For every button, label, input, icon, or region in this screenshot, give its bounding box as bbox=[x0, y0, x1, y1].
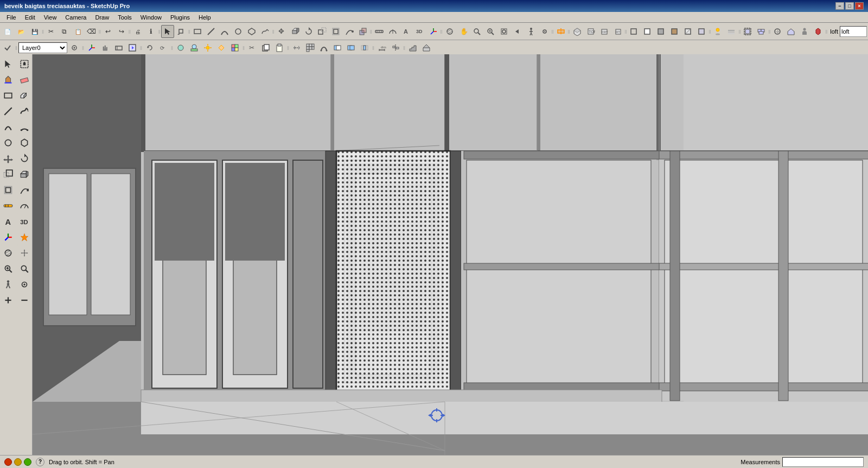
array-button[interactable] bbox=[304, 41, 317, 54]
shadow-button[interactable] bbox=[711, 25, 724, 38]
sidebar-select2[interactable] bbox=[17, 56, 32, 72]
sidebar-pushpull[interactable] bbox=[17, 167, 32, 182]
poly-tool-button[interactable] bbox=[245, 25, 258, 38]
rotate-tool-button[interactable] bbox=[302, 25, 315, 38]
sidebar-axes[interactable] bbox=[1, 230, 16, 245]
sidebar-text[interactable]: A bbox=[1, 214, 16, 229]
pan-button[interactable]: ✋ bbox=[457, 25, 470, 38]
freehand-tool-button[interactable] bbox=[259, 25, 272, 38]
new-button[interactable] bbox=[1, 25, 14, 38]
select-tool-button[interactable] bbox=[161, 25, 174, 38]
right-view-button[interactable]: RT bbox=[611, 25, 624, 38]
sidebar-look[interactable] bbox=[17, 277, 32, 292]
measurements-input[interactable] bbox=[782, 457, 864, 467]
redo-button[interactable] bbox=[115, 25, 128, 38]
model-info-button[interactable] bbox=[145, 25, 158, 38]
component-opt-button[interactable] bbox=[112, 41, 125, 54]
xray-button[interactable] bbox=[695, 25, 708, 38]
menu-plugins[interactable]: Plugins bbox=[166, 13, 194, 22]
arc-tool-button[interactable] bbox=[218, 25, 231, 38]
menu-edit[interactable]: Edit bbox=[21, 13, 40, 22]
viewport[interactable] bbox=[33, 54, 868, 455]
walk-button[interactable] bbox=[525, 25, 538, 38]
copy2-button[interactable] bbox=[259, 41, 272, 54]
reload-comp-button[interactable] bbox=[143, 41, 156, 54]
axes-button[interactable] bbox=[427, 25, 440, 38]
undo-button[interactable] bbox=[101, 25, 114, 38]
sidebar-zoomext[interactable] bbox=[17, 261, 32, 276]
sidebar-add[interactable] bbox=[1, 293, 16, 308]
dimension-button[interactable]: dim bbox=[375, 41, 388, 54]
sidebar-3dtext[interactable]: 3D bbox=[17, 214, 32, 229]
geo2-button[interactable] bbox=[174, 41, 187, 54]
offset-tool-button[interactable] bbox=[329, 25, 342, 38]
layer-visible-button[interactable] bbox=[68, 41, 81, 54]
maximize-button[interactable]: □ bbox=[845, 2, 854, 10]
sky-button[interactable] bbox=[188, 41, 201, 54]
zoom-window-button[interactable] bbox=[484, 25, 497, 38]
sidebar-3drect[interactable] bbox=[17, 88, 32, 103]
cut2-button[interactable]: ✂ bbox=[246, 41, 259, 54]
sidebar-rect[interactable] bbox=[1, 88, 16, 103]
sidebar-arc[interactable] bbox=[1, 119, 16, 135]
texture-button[interactable] bbox=[668, 25, 681, 38]
close-button[interactable]: × bbox=[855, 2, 864, 10]
menu-draw[interactable]: Draw bbox=[91, 13, 113, 22]
intersect2-button[interactable] bbox=[358, 41, 371, 54]
sidebar-orbit[interactable] bbox=[1, 245, 16, 261]
interact-button[interactable] bbox=[99, 41, 112, 54]
ruby-button[interactable] bbox=[812, 25, 825, 38]
sidebar-line[interactable] bbox=[1, 104, 16, 119]
stair-button[interactable] bbox=[406, 41, 419, 54]
layer-select[interactable]: Layer0 bbox=[18, 42, 67, 53]
sidebar-rotate[interactable] bbox=[17, 151, 32, 166]
dynamic-comp-button[interactable] bbox=[126, 41, 139, 54]
sidebar-eraser[interactable] bbox=[17, 72, 32, 87]
text-button[interactable]: A bbox=[400, 25, 413, 38]
help-icon[interactable]: ? bbox=[36, 458, 44, 466]
reset-scale-button[interactable]: ⟳ bbox=[157, 41, 170, 54]
tape-button[interactable] bbox=[373, 25, 386, 38]
weld-button[interactable] bbox=[317, 41, 330, 54]
save-button[interactable] bbox=[28, 25, 41, 38]
follow-tool-button[interactable] bbox=[343, 25, 356, 38]
mono-button[interactable] bbox=[681, 25, 694, 38]
circle-tool-button[interactable] bbox=[232, 25, 245, 38]
menu-view[interactable]: View bbox=[40, 13, 61, 22]
sidebar-scale[interactable] bbox=[1, 167, 16, 182]
iso-view-button[interactable] bbox=[571, 25, 584, 38]
make-group-button[interactable] bbox=[755, 25, 768, 38]
sun-button[interactable] bbox=[201, 41, 214, 54]
paint-tool-button[interactable] bbox=[175, 25, 188, 38]
zoom-prev-button[interactable] bbox=[511, 25, 524, 38]
flip-button[interactable] bbox=[290, 41, 303, 54]
sidebar-minus[interactable] bbox=[17, 293, 32, 308]
paste2-button[interactable] bbox=[273, 41, 286, 54]
orbit-button[interactable] bbox=[443, 25, 456, 38]
person-button[interactable] bbox=[798, 25, 811, 38]
protractor-button[interactable] bbox=[386, 25, 399, 38]
shaded-button[interactable] bbox=[654, 25, 667, 38]
sidebar-walk[interactable] bbox=[1, 277, 16, 292]
open-button[interactable] bbox=[15, 25, 28, 38]
sidebar-offset[interactable] bbox=[1, 182, 16, 198]
cut-button[interactable] bbox=[44, 25, 58, 38]
menu-file[interactable]: File bbox=[2, 13, 21, 22]
axes-visible-button[interactable] bbox=[85, 41, 98, 54]
sidebar-protractor[interactable] bbox=[17, 198, 32, 213]
subtract-button[interactable] bbox=[331, 41, 344, 54]
make-comp-button[interactable] bbox=[741, 25, 754, 38]
fog-button[interactable] bbox=[725, 25, 738, 38]
union-button[interactable] bbox=[344, 41, 358, 54]
zoom-ext-button[interactable] bbox=[497, 25, 510, 38]
sidebar-zoom[interactable] bbox=[1, 261, 16, 276]
align-button[interactable] bbox=[389, 41, 402, 54]
menu-help[interactable]: Help bbox=[194, 13, 215, 22]
3dtext-button[interactable]: 3D bbox=[413, 25, 426, 38]
sidebar-paint[interactable] bbox=[1, 72, 16, 87]
sidebar-star[interactable] bbox=[17, 230, 32, 245]
sidebar-arc2[interactable] bbox=[17, 119, 32, 135]
loft-input[interactable] bbox=[840, 26, 867, 37]
menu-window[interactable]: Window bbox=[136, 13, 166, 22]
zoom-button[interactable] bbox=[470, 25, 483, 38]
